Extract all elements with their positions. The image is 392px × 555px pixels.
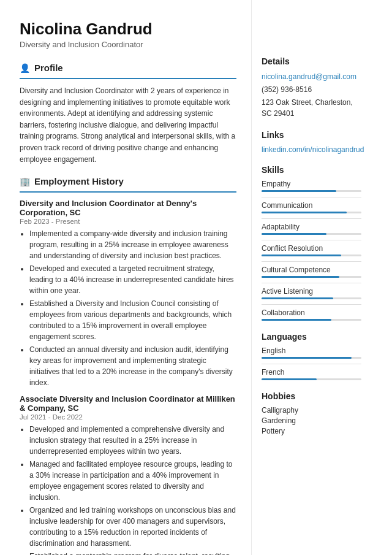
skill-cultural-competence: Cultural Competence [262,266,361,278]
address: 123 Oak Street, Charleston, SC 29401 [262,97,361,119]
hobby-3: Pottery [262,427,361,435]
skill-divider [262,218,361,219]
job-date-1: Feb 2023 - Present [20,218,236,225]
skill-adaptability: Adaptability [262,223,361,235]
skill-active-listening: Active Listening [262,287,361,299]
skill-empathy: Empathy [262,180,361,192]
job-date-2: Jul 2021 - Dec 2022 [20,413,236,421]
bullet: Managed and facilitated employee resourc… [29,459,236,503]
email: nicolina.gandrud@gmail.com [262,71,361,82]
skills-heading: Skills [262,165,361,175]
bullet: Organized and led training workshops on … [29,505,236,549]
profile-icon: 👤 [20,63,30,73]
job-bullets-1: Implemented a company-wide diversity and… [20,228,236,388]
profile-section-heading: 👤 Profile [20,63,236,73]
lang-divider [262,364,361,364]
job-title-2: Associate Diversity and Inclusion Coordi… [20,394,236,413]
bullet: Implemented a company-wide diversity and… [29,228,236,261]
links-heading: Links [262,130,361,140]
job-title-1: Diversity and Inclusion Coordinator at D… [20,199,236,217]
bullet: Developed and implemented a comprehensiv… [29,424,236,457]
skill-communication: Communication [262,201,361,213]
skill-divider [262,197,361,197]
job-bullets-2: Developed and implemented a comprehensiv… [20,424,236,555]
bullet: Conducted an annual diversity and inclus… [29,344,236,388]
employment-divider [20,191,236,193]
email-link[interactable]: nicolina.gandrud@gmail.com [262,72,356,81]
skill-conflict-resolution: Conflict Resolution [262,244,361,256]
linkedin-link[interactable]: linkedin.com/in/nicolinagandrud [262,145,364,154]
skill-divider [262,240,361,240]
languages-heading: Languages [262,332,361,342]
profile-divider [20,78,236,79]
skill-divider [262,261,361,262]
skill-divider [262,283,361,283]
employment-icon: 🏢 [20,177,30,186]
bullet: Developed and executed a targeted recrui… [29,263,236,296]
profile-text: Diversity and Inclusion Coordinator with… [20,85,236,165]
bullet: Established a Diversity and Inclusion Co… [29,298,236,342]
details-heading: Details [262,56,361,66]
hobby-2: Gardening [262,416,361,425]
candidate-name: Nicolina Gandrud [20,20,236,39]
hobbies-heading: Hobbies [262,391,361,401]
candidate-title: Diversity and Inclusion Coordinator [20,40,236,49]
bullet: Established a mentorship program for div… [29,551,236,555]
lang-english: English [262,346,361,359]
lang-french: French [262,368,361,380]
hobby-1: Calligraphy [262,406,361,415]
skill-collaboration: Collaboration [262,308,361,321]
job-entry-1: Diversity and Inclusion Coordinator at D… [20,199,236,388]
employment-section-heading: 🏢 Employment History [20,176,236,186]
job-entry-2: Associate Diversity and Inclusion Coordi… [20,394,236,555]
phone: (352) 936-8516 [262,84,361,95]
skill-divider [262,304,361,305]
